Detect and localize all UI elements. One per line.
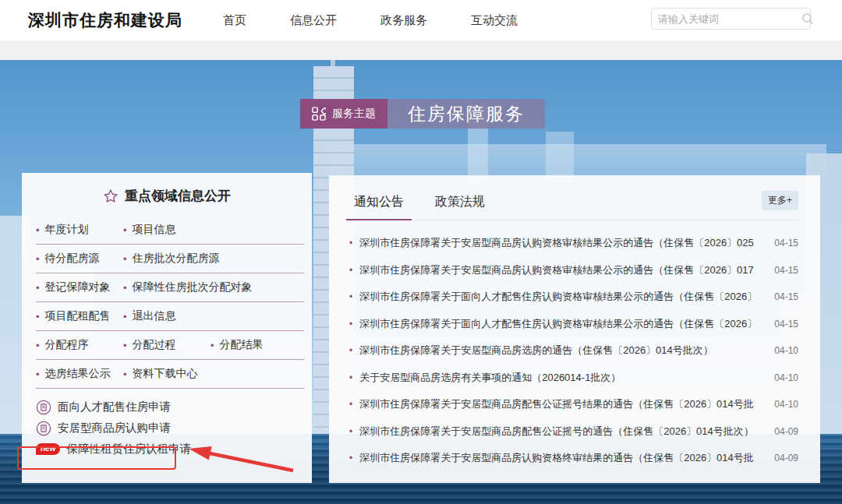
apply-rental-housing[interactable]: new 保障性租赁住房认租申请 bbox=[36, 439, 312, 460]
bullet: • bbox=[36, 311, 40, 322]
news-item[interactable]: •深圳市住房保障署关于安居型商品房配售公证摇号的通告（住保售〔2026〕014号… bbox=[349, 418, 798, 446]
link-allocation-process[interactable]: •分配过程 bbox=[123, 338, 204, 352]
news-item[interactable]: •深圳市住房保障署关于面向人才配售住房认购资格审核结果公示的通告（住保售〔202… bbox=[349, 311, 798, 338]
application-doc-icon bbox=[36, 400, 51, 415]
bullet: • bbox=[349, 399, 352, 410]
link-project-allocation[interactable]: •项目配租配售 bbox=[36, 309, 117, 323]
news-item[interactable]: •深圳市住房保障署关于安居型商品房认购资格终审结果的通告（住保售〔2026〕01… bbox=[349, 445, 798, 472]
bullet: • bbox=[123, 224, 127, 236]
news-date: 04-15 bbox=[762, 238, 798, 248]
news-panel: 通知公告 政策法规 更多+ •深圳市住房保障署关于安居型商品房认购资格审核结果公… bbox=[329, 175, 820, 483]
grid-icon bbox=[312, 107, 326, 121]
bullet: • bbox=[123, 340, 127, 351]
bullet: • bbox=[123, 282, 127, 294]
apply-talent-housing[interactable]: 面向人才配售住房申请 bbox=[36, 397, 312, 418]
nav-item-gov-services[interactable]: 政务服务 bbox=[380, 13, 427, 28]
key-info-title: 重点领域信息公开 bbox=[22, 187, 312, 205]
news-date: 04-09 bbox=[762, 453, 798, 463]
link-pending-housing[interactable]: •待分配房源 bbox=[36, 252, 117, 266]
link-registered-targets[interactable]: •登记保障对象 bbox=[36, 280, 117, 294]
nav-item-interaction[interactable]: 互动交流 bbox=[471, 13, 518, 28]
link-download-center[interactable]: •资料下载中心 bbox=[123, 367, 204, 381]
news-item[interactable]: •深圳市住房保障署关于安居型商品房配售公证摇号结果的通告（住保售〔2026〕01… bbox=[349, 391, 798, 418]
bullet: • bbox=[349, 291, 352, 302]
link-selection-result[interactable]: •选房结果公示 bbox=[36, 367, 117, 381]
news-item[interactable]: •深圳市住房保障署关于安居型商品房认购资格审核结果公示的通告（住保售〔2026〕… bbox=[349, 257, 798, 284]
link-exit-info[interactable]: •退出信息 bbox=[123, 309, 204, 323]
bullet: • bbox=[349, 426, 352, 437]
skyline-silhouette bbox=[327, 144, 826, 175]
divider bbox=[36, 388, 304, 389]
service-theme-banner: 服务主题 住房保障服务 bbox=[300, 99, 545, 129]
bullet: • bbox=[36, 340, 40, 351]
link-batch-housing[interactable]: •住房批次分配房源 bbox=[123, 252, 220, 266]
more-button[interactable]: 更多+ bbox=[762, 191, 798, 210]
news-item[interactable]: •深圳市住房保障署关于安居型商品房选房的通告（住保售〔2026〕014号批次）0… bbox=[349, 337, 798, 365]
site-logo[interactable]: 深圳市住房和建设局 bbox=[28, 9, 182, 31]
news-date: 04-15 bbox=[762, 265, 798, 276]
search-input[interactable] bbox=[652, 13, 801, 25]
application-doc-icon bbox=[36, 421, 51, 436]
bullet: • bbox=[349, 453, 352, 463]
service-theme-label: 服务主题 bbox=[332, 107, 376, 121]
tab-notices[interactable]: 通知公告 bbox=[349, 194, 409, 220]
main-nav: 首页 信息公开 政务服务 互动交流 bbox=[223, 13, 561, 28]
bullet: • bbox=[36, 368, 40, 380]
hero-cityscape: 服务主题 住房保障服务 重点领域信息公开 •年度计划 •项目信息 •待分配房源 … bbox=[0, 60, 842, 504]
link-allocation-procedure[interactable]: •分配程序 bbox=[36, 338, 117, 352]
header-subband bbox=[0, 41, 842, 60]
news-date: 04-15 bbox=[762, 291, 798, 302]
nav-item-home[interactable]: 首页 bbox=[223, 13, 246, 28]
news-date: 04-09 bbox=[762, 426, 798, 437]
bullet: • bbox=[36, 253, 40, 265]
tab-policies[interactable]: 政策法规 bbox=[430, 194, 490, 220]
link-batch-targets[interactable]: •保障性住房批次分配对象 bbox=[123, 280, 253, 294]
site-header: 深圳市住房和建设局 首页 信息公开 政务服务 互动交流 bbox=[0, 0, 842, 41]
bullet: • bbox=[123, 311, 127, 322]
key-info-panel: 重点领域信息公开 •年度计划 •项目信息 •待分配房源 •住房批次分配房源 •登… bbox=[22, 173, 312, 483]
bullet: • bbox=[36, 224, 40, 236]
key-info-links: •年度计划 •项目信息 •待分配房源 •住房批次分配房源 •登记保障对象 •保障… bbox=[22, 216, 312, 389]
news-list: •深圳市住房保障署关于安居型商品房认购资格审核结果公示的通告（住保售〔2026〕… bbox=[349, 230, 798, 472]
news-tabs: 通知公告 政策法规 更多+ bbox=[349, 175, 798, 220]
bullet: • bbox=[349, 265, 352, 276]
nav-item-info-disclosure[interactable]: 信息公开 bbox=[290, 13, 337, 28]
link-project-info[interactable]: •项目信息 bbox=[123, 223, 204, 237]
news-date: 04-15 bbox=[762, 319, 798, 330]
bullet: • bbox=[349, 372, 352, 383]
news-item[interactable]: •深圳市住房保障署关于安居型商品房认购资格审核结果公示的通告（住保售〔2026〕… bbox=[349, 230, 798, 257]
search-icon[interactable] bbox=[801, 9, 814, 29]
news-date: 04-10 bbox=[762, 345, 798, 356]
link-annual-plan[interactable]: •年度计划 bbox=[36, 223, 117, 237]
new-badge: new bbox=[36, 443, 60, 455]
bullet: • bbox=[36, 282, 40, 294]
news-date: 04-10 bbox=[762, 372, 798, 383]
bullet: • bbox=[210, 340, 214, 351]
star-icon bbox=[103, 189, 119, 204]
application-links: 面向人才配售住房申请 安居型商品房认购申请 new 保障性租赁住房认租申请 bbox=[22, 397, 312, 460]
bullet: • bbox=[349, 238, 352, 248]
bullet: • bbox=[123, 253, 127, 265]
key-info-title-text: 重点领域信息公开 bbox=[125, 187, 231, 205]
news-item[interactable]: •深圳市住房保障署关于面向人才配售住房认购资格审核结果公示的通告（住保售〔202… bbox=[349, 284, 798, 311]
page-title: 住房保障服务 bbox=[387, 99, 545, 129]
bullet: • bbox=[349, 319, 352, 330]
apply-anju-housing[interactable]: 安居型商品房认购申请 bbox=[36, 418, 312, 439]
service-theme-tag: 服务主题 bbox=[300, 99, 387, 129]
bullet: • bbox=[349, 345, 352, 356]
bullet: • bbox=[123, 368, 127, 380]
news-item[interactable]: •关于安居型商品房选房有关事项的通知（2026014-1批次）04-10 bbox=[349, 365, 798, 392]
link-allocation-result[interactable]: •分配结果 bbox=[210, 338, 292, 352]
news-date: 04-10 bbox=[762, 399, 798, 410]
search-box bbox=[651, 8, 811, 30]
